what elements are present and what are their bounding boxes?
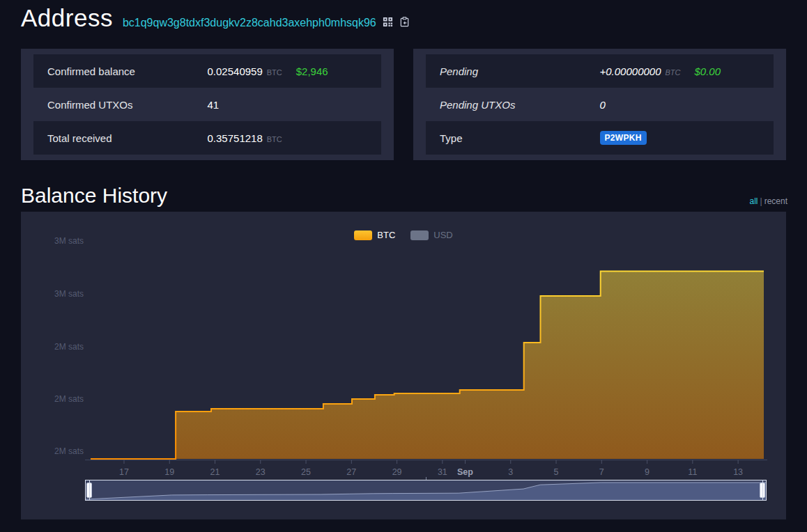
- usd-swatch-icon: [410, 230, 429, 240]
- confirmed-balance-value: 0.02540959: [208, 65, 263, 77]
- balance-history-header: Balance History all|recent: [21, 177, 787, 208]
- x-axis-label: 7: [599, 467, 604, 477]
- x-axis-label: 3: [508, 467, 513, 477]
- confirmed-summary-card: Confirmed balance 0.02540959 BTC $2,946 …: [21, 49, 394, 160]
- range-all-link[interactable]: all: [750, 196, 758, 206]
- summary-cards: Confirmed balance 0.02540959 BTC $2,946 …: [21, 49, 786, 160]
- pending-value: +0.00000000: [600, 65, 661, 77]
- balance-area: [91, 272, 764, 459]
- row-label: Total received: [47, 132, 208, 144]
- x-axis-label: 21: [210, 467, 220, 477]
- balance-history-chart-card: BTC USD 3M sats3M sats2M sats2M sats2M s…: [21, 212, 786, 519]
- confirmed-balance-usd: $2,946: [296, 65, 328, 77]
- balance-history-title: Balance History: [21, 184, 167, 208]
- btc-swatch-icon: [354, 230, 372, 240]
- x-axis-label: 31: [438, 467, 447, 477]
- row-confirmed-utxos: Confirmed UTXOs 41: [33, 88, 381, 121]
- y-axis-label: 3M sats: [54, 289, 84, 299]
- pending-usd: $0.00: [695, 65, 721, 77]
- row-label: Pending: [440, 65, 600, 77]
- range-links: all|recent: [750, 196, 788, 208]
- x-axis-label: 17: [119, 467, 129, 477]
- legend-label-usd: USD: [433, 230, 452, 240]
- btc-unit: BTC: [267, 68, 282, 77]
- confirmed-utxos-value: 41: [208, 99, 220, 111]
- row-label: Type: [440, 132, 600, 144]
- x-axis-label: Sep: [457, 467, 473, 477]
- x-axis-label: 19: [164, 467, 174, 477]
- row-pending: Pending +0.00000000 BTC $0.00: [426, 54, 774, 88]
- x-axis-label: 9: [645, 467, 650, 477]
- datazoom-notch: [426, 477, 426, 480]
- row-confirmed-balance: Confirmed balance 0.02540959 BTC $2,946: [33, 54, 381, 88]
- x-axis-label: 23: [256, 467, 266, 477]
- btc-unit: BTC: [267, 135, 282, 143]
- chart-legend: BTC USD: [21, 230, 786, 240]
- datazoom-left-handle[interactable]: [86, 483, 92, 498]
- row-pending-utxos: Pending UTXOs 0: [426, 88, 774, 121]
- total-received-value: 0.35751218: [208, 132, 263, 144]
- y-axis-label: 2M sats: [54, 342, 84, 352]
- qr-code-icon[interactable]: [383, 17, 393, 27]
- row-label: Confirmed balance: [47, 65, 208, 77]
- range-recent-link[interactable]: recent: [764, 196, 787, 206]
- legend-label-btc: BTC: [377, 230, 395, 240]
- pending-utxos-value: 0: [600, 99, 606, 111]
- page-title: Address: [21, 4, 113, 32]
- datazoom-right-handle[interactable]: [760, 483, 765, 498]
- x-axis-label: 11: [688, 467, 697, 477]
- address-link[interactable]: bc1q9qw3g8tdxf3dugkv2z8cahd3axehph0mhsqk…: [123, 17, 376, 29]
- x-axis-label: 13: [733, 467, 743, 477]
- balance-history-chart[interactable]: 3M sats3M sats2M sats2M sats2M sats17192…: [21, 212, 786, 519]
- x-axis-label: 29: [392, 467, 402, 477]
- range-separator: |: [760, 196, 762, 206]
- clipboard-copy-icon[interactable]: [399, 17, 410, 27]
- row-total-received: Total received 0.35751218 BTC: [33, 121, 381, 155]
- legend-item-usd[interactable]: USD: [410, 230, 452, 240]
- address-type-badge: P2WPKH: [600, 131, 647, 145]
- x-axis-label: 27: [346, 467, 356, 477]
- btc-unit: BTC: [666, 68, 681, 77]
- y-axis-label: 2M sats: [54, 394, 84, 404]
- pending-summary-card: Pending +0.00000000 BTC $0.00 Pending UT…: [413, 49, 786, 160]
- x-axis-label: 25: [301, 467, 311, 477]
- row-type: Type P2WPKH: [426, 121, 774, 155]
- legend-item-btc[interactable]: BTC: [354, 230, 395, 240]
- page-header: Address bc1q9qw3g8tdxf3dugkv2z8cahd3axeh…: [0, 0, 807, 40]
- y-axis-label: 2M sats: [54, 446, 84, 456]
- row-label: Confirmed UTXOs: [47, 99, 208, 111]
- datazoom-silhouette: [86, 480, 766, 500]
- datazoom-slider[interactable]: [85, 480, 767, 501]
- x-axis-label: 5: [554, 467, 559, 477]
- row-label: Pending UTXOs: [440, 99, 600, 111]
- datazoom-area: [86, 483, 766, 500]
